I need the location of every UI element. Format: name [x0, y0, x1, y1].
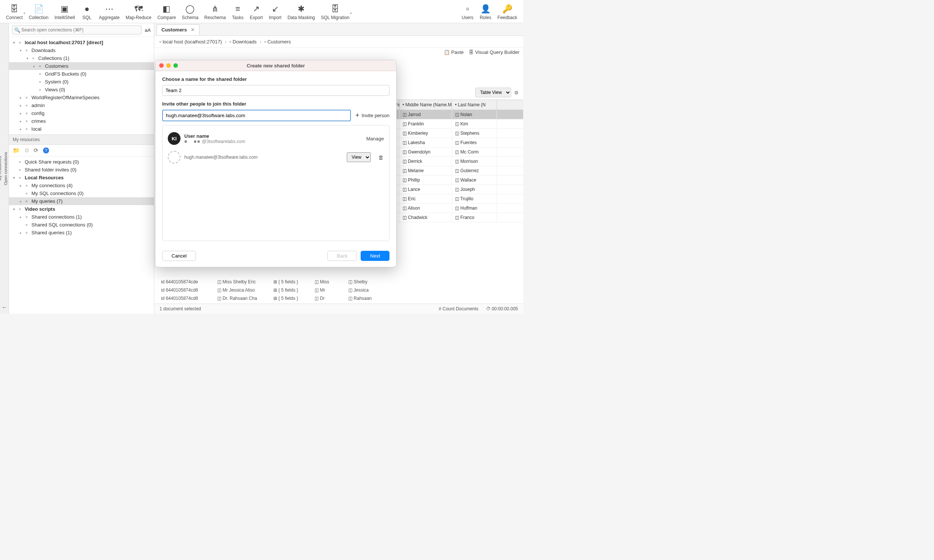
toolbar-tasks[interactable]: ≡Tasks	[229, 2, 247, 22]
toolbar-compare[interactable]: ◧Compare	[154, 2, 179, 22]
reschema-icon: ⋔	[209, 3, 221, 15]
expand-icon[interactable]: ▸	[18, 104, 23, 108]
tab-bar: Customers ✕	[154, 23, 523, 36]
expand-icon[interactable]: ▸	[18, 96, 23, 100]
tree-item[interactable]: ▸▫My queries (7)	[9, 197, 154, 205]
minimize-window-icon[interactable]	[166, 63, 171, 68]
col-header[interactable]: • Middle Name (Name.M	[399, 100, 452, 110]
gear-icon[interactable]: ⚙	[514, 90, 519, 95]
toolbar-users[interactable]: ▫Users	[458, 2, 476, 22]
toolbar-sql[interactable]: ●SQL	[78, 2, 96, 22]
tree-item[interactable]: ▫GridFS Buckets (0)	[9, 70, 154, 78]
toolbar-roles[interactable]: 👤Roles	[476, 2, 494, 22]
col-header[interactable]: • Last Name (N	[452, 100, 497, 110]
help-icon[interactable]: ?	[43, 148, 49, 154]
zoom-window-icon[interactable]	[173, 63, 178, 68]
folder-icon: ▫	[17, 159, 23, 165]
tree-item[interactable]: ▫System (0)	[9, 78, 154, 86]
collapse-sidebar-icon[interactable]: ←	[2, 304, 8, 311]
tree-item[interactable]: ▾▫Downloads	[9, 46, 154, 54]
close-tab-icon[interactable]: ✕	[191, 27, 195, 32]
toolbar-import[interactable]: ↙Import	[266, 2, 285, 22]
tree-item[interactable]: ▸▫Customers	[9, 62, 154, 70]
search-input[interactable]	[12, 25, 142, 34]
tree-item[interactable]: ▾▫Collections (1)	[9, 54, 154, 62]
view-mode-select[interactable]: Table View	[475, 88, 511, 97]
refresh-icon[interactable]: ⟳	[34, 147, 39, 154]
visual-query-builder-button[interactable]: 🗄 Visual Query Builder	[469, 49, 519, 55]
remove-member-icon[interactable]: 🗑	[378, 154, 384, 161]
folder-name-input[interactable]	[162, 85, 390, 96]
toolbar-data-masking[interactable]: ✱Data Masking	[285, 2, 318, 22]
toolbar-reschema[interactable]: ⋔Reschema	[202, 2, 229, 22]
cancel-button[interactable]: Cancel	[162, 251, 196, 261]
invite-email-input[interactable]	[162, 110, 351, 121]
expand-icon[interactable]: ▸	[18, 200, 23, 203]
toolbar-intellishell[interactable]: ▣IntelliShell	[51, 2, 78, 22]
next-button[interactable]: Next	[361, 251, 390, 261]
toolbar-collection[interactable]: 📄Collection	[26, 2, 52, 22]
rail-my-resources[interactable]: My resources	[0, 152, 3, 185]
expand-icon[interactable]: ▾	[11, 176, 17, 180]
tree-item[interactable]: ▸▫Shared connections (1)	[9, 213, 154, 221]
tree-item[interactable]: ▸▫admin	[9, 102, 154, 109]
expand-icon[interactable]: ▸	[18, 231, 23, 235]
toolbar-map-reduce[interactable]: 🗺Map-Reduce	[123, 2, 155, 22]
folder-icon: ▫	[23, 198, 30, 204]
expand-icon[interactable]: ▸	[18, 127, 23, 131]
tree-item[interactable]: ▸▫Shared queries (1)	[9, 229, 154, 237]
add-folder-icon[interactable]: 📁	[13, 147, 20, 154]
expand-icon[interactable]: ▾	[11, 41, 17, 45]
breadcrumb-item[interactable]: ▫ Customers	[264, 39, 291, 45]
toolbar-schema[interactable]: ◯Schema	[179, 2, 202, 22]
expand-icon[interactable]: ▾	[25, 57, 30, 60]
tree-item[interactable]: ▸▫My connections (4)	[9, 182, 154, 189]
tab-customers[interactable]: Customers ✕	[157, 24, 200, 35]
sidebar: 🔍 aA ▾▫local host localhost:27017 [direc…	[9, 23, 154, 314]
map-reduce-icon: 🗺	[133, 3, 145, 15]
tree-item[interactable]: ▫My SQL connections (0)	[9, 189, 154, 197]
close-window-icon[interactable]	[159, 63, 163, 68]
tree-item[interactable]: ▸▫config	[9, 109, 154, 117]
expand-icon[interactable]: ▸	[18, 112, 23, 115]
expand-icon[interactable]: ▸	[18, 119, 23, 123]
folder-icon: ▫	[23, 214, 30, 220]
tree-item[interactable]: ▫Shared folder invites (0)	[9, 166, 154, 174]
tree-item[interactable]: ▫Views (0)	[9, 86, 154, 94]
tree-item[interactable]: ▾▫local host localhost:27017 [direct]	[9, 38, 154, 46]
folder-icon: ▫	[23, 111, 30, 116]
tree-item[interactable]: ▸▫WorldRegisterOfMarineSpecies	[9, 94, 154, 102]
tree-item[interactable]: ▾▫Local Resources	[9, 174, 154, 182]
permission-select[interactable]: View	[347, 152, 371, 162]
breadcrumb-item[interactable]: ▫ local host (localhost:27017)	[160, 39, 222, 45]
tree-item[interactable]: ▾▫Video scripts	[9, 205, 154, 213]
tree-item[interactable]: ▫Shared SQL connections (0)	[9, 221, 154, 229]
tree-item[interactable]: ▸▫local	[9, 125, 154, 133]
count-documents-button[interactable]: # Count Documents	[439, 306, 479, 311]
toolbar-feedback[interactable]: 🔑Feedback	[494, 2, 520, 22]
toolbar-sql-migration[interactable]: 🗄SQL Migration▾	[318, 2, 352, 22]
tree-item[interactable]: ▸▫crimes	[9, 117, 154, 125]
collection-icon: 📄	[32, 3, 45, 15]
member-invitee: hugh.manatee@3tsoftware.labs.com View 🗑	[166, 148, 385, 166]
back-button[interactable]: Back	[327, 251, 357, 261]
rail-open-connections[interactable]: Open connections	[3, 148, 9, 189]
toolbar-aggregate[interactable]: ⋯Aggregate	[96, 2, 122, 22]
expand-icon[interactable]: ▾	[11, 208, 17, 211]
toolbar-connect[interactable]: 🗄Connect▾	[3, 2, 26, 22]
settings-icon[interactable]: ⚙	[24, 147, 29, 154]
left-rail: Open connectionsMy resourcesOperations	[0, 23, 9, 314]
paste-button[interactable]: 📋 Paste	[444, 49, 464, 55]
text-size-toggle[interactable]: aA	[145, 27, 151, 33]
breadcrumb-item[interactable]: ▫ Downloads	[230, 39, 257, 45]
users-icon: ▫	[461, 3, 473, 15]
expand-icon[interactable]: ▸	[18, 215, 23, 219]
expand-icon[interactable]: ▾	[18, 49, 23, 52]
status-bar: 1 document selected # Count Documents ⏱ …	[154, 303, 523, 314]
invite-person-button[interactable]: Invite person	[355, 112, 390, 119]
elapsed-time: ⏱ 00:00:00.005	[486, 306, 518, 311]
expand-icon[interactable]: ▸	[18, 184, 23, 188]
expand-icon[interactable]: ▸	[31, 65, 37, 68]
tree-item[interactable]: ▫Quick Share requests (0)	[9, 158, 154, 166]
toolbar-export[interactable]: ↗Export	[247, 2, 266, 22]
